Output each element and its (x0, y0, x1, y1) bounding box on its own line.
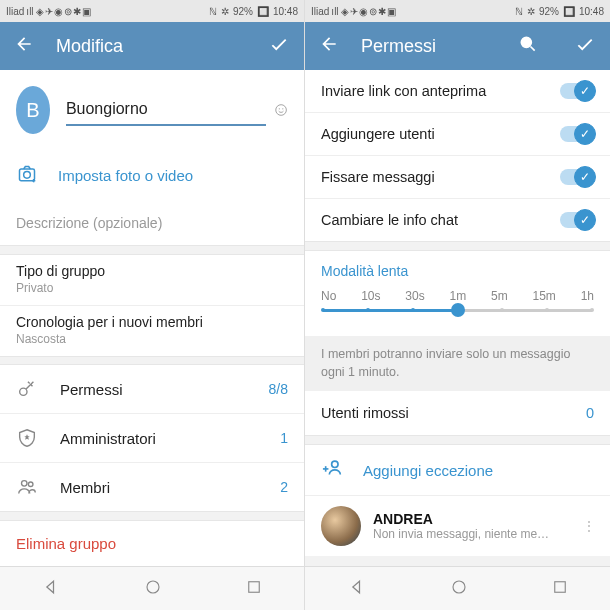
svg-point-7 (20, 388, 27, 395)
group-type-row[interactable]: Tipo di gruppo Privato (0, 255, 304, 306)
svg-point-4 (24, 172, 31, 179)
shield-star-icon (16, 427, 38, 449)
svg-point-9 (28, 482, 33, 487)
nav-back-icon[interactable] (41, 577, 61, 601)
exception-user-row[interactable]: ANDREA Non invia messaggi, niente media,… (305, 496, 610, 556)
delete-group-button[interactable]: Elimina gruppo (0, 521, 304, 566)
camera-icon (16, 164, 38, 187)
slowmode-slider[interactable]: No10s30s1m5m15m1h (305, 285, 610, 336)
group-name-input[interactable] (66, 94, 266, 126)
toggle-on-icon[interactable] (560, 212, 594, 228)
header-title: Modifica (56, 36, 246, 57)
confirm-icon[interactable] (268, 33, 290, 59)
slowmode-info: I membri potranno inviare solo un messag… (305, 336, 610, 391)
group-name-row: B (0, 70, 304, 150)
toggle-on-icon[interactable] (560, 126, 594, 142)
more-icon[interactable]: ⋮ (582, 518, 594, 534)
add-person-icon (321, 457, 345, 483)
people-icon (16, 476, 38, 498)
perm-add-row[interactable]: Aggiungere utenti (305, 113, 610, 156)
permissions-screen: Iliad ıll ◈✈◉⊚✱▣ ℕ✲92%🔲10:48 Permessi In… (305, 0, 610, 610)
members-row[interactable]: Membri 2 (0, 463, 304, 511)
removed-users-row[interactable]: Utenti rimossi 0 (305, 391, 610, 435)
user-avatar (321, 506, 361, 546)
edit-scroll: B Imposta foto o video Descrizione (opzi… (0, 70, 304, 566)
svg-point-1 (279, 108, 280, 109)
admins-row[interactable]: Amministratori 1 (0, 414, 304, 463)
perm-pin-row[interactable]: Fissare messaggi (305, 156, 610, 199)
nav-back-icon[interactable] (347, 577, 367, 601)
nav-home-icon[interactable] (450, 578, 468, 600)
svg-point-12 (521, 37, 531, 47)
edit-group-screen: Iliad ıll ◈✈◉⊚✱▣ ℕ✲92%🔲10:48 Modifica B … (0, 0, 305, 610)
nav-bar (0, 566, 304, 610)
svg-point-8 (22, 481, 28, 487)
toggle-on-icon[interactable] (560, 169, 594, 185)
slowmode-title: Modalità lenta (305, 251, 610, 285)
add-exception-row[interactable]: Aggiungi eccezione (305, 445, 610, 496)
description-field[interactable]: Descrizione (opzionale) (0, 201, 304, 245)
svg-rect-18 (554, 581, 565, 592)
toggle-on-icon[interactable] (560, 83, 594, 99)
svg-point-2 (282, 108, 283, 109)
perm-scroll: Inviare link con anteprima Aggiungere ut… (305, 70, 610, 566)
status-bar: Iliad ıll ◈✈◉⊚✱▣ ℕ✲92%🔲10:48 (305, 0, 610, 22)
status-bar: Iliad ıll ◈✈◉⊚✱▣ ℕ✲92%🔲10:48 (0, 0, 304, 22)
set-photo-label: Imposta foto o video (58, 167, 193, 184)
nav-recent-icon[interactable] (551, 578, 569, 600)
permissions-row[interactable]: Permessi 8/8 (0, 365, 304, 414)
history-row[interactable]: Cronologia per i nuovi membri Nascosta (0, 306, 304, 356)
key-icon (16, 378, 38, 400)
confirm-icon[interactable] (574, 33, 596, 59)
svg-point-10 (147, 581, 159, 593)
back-icon[interactable] (319, 34, 339, 58)
svg-rect-11 (248, 581, 259, 592)
svg-line-13 (531, 47, 535, 51)
header-bar: Permessi (305, 22, 610, 70)
header-title: Permessi (361, 36, 496, 57)
nav-bar (305, 566, 610, 610)
set-photo-row[interactable]: Imposta foto o video (0, 150, 304, 201)
svg-point-0 (276, 105, 287, 116)
perm-link-row[interactable]: Inviare link con anteprima (305, 70, 610, 113)
svg-point-14 (332, 461, 338, 467)
search-icon[interactable] (518, 34, 538, 58)
nav-home-icon[interactable] (144, 578, 162, 600)
svg-point-17 (453, 581, 465, 593)
header-bar: Modifica (0, 22, 304, 70)
perm-info-row[interactable]: Cambiare le info chat (305, 199, 610, 241)
nav-recent-icon[interactable] (245, 578, 263, 600)
emoji-icon[interactable] (274, 100, 288, 120)
back-icon[interactable] (14, 34, 34, 58)
group-avatar[interactable]: B (16, 86, 50, 134)
